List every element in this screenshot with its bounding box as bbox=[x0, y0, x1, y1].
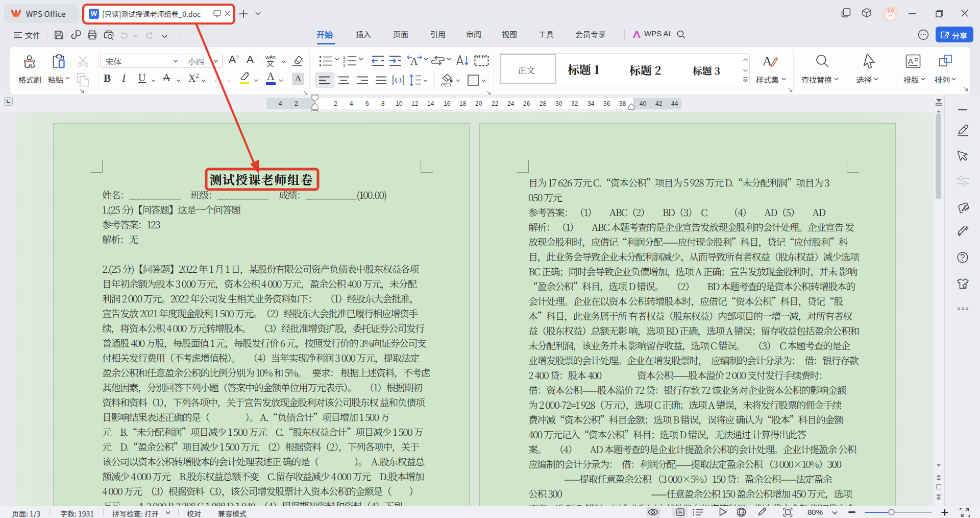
svg-text:文: 文 bbox=[266, 58, 274, 68]
svg-text:A: A bbox=[908, 57, 913, 65]
svg-text:A: A bbox=[763, 54, 772, 68]
svg-text:3: 3 bbox=[343, 63, 346, 67]
